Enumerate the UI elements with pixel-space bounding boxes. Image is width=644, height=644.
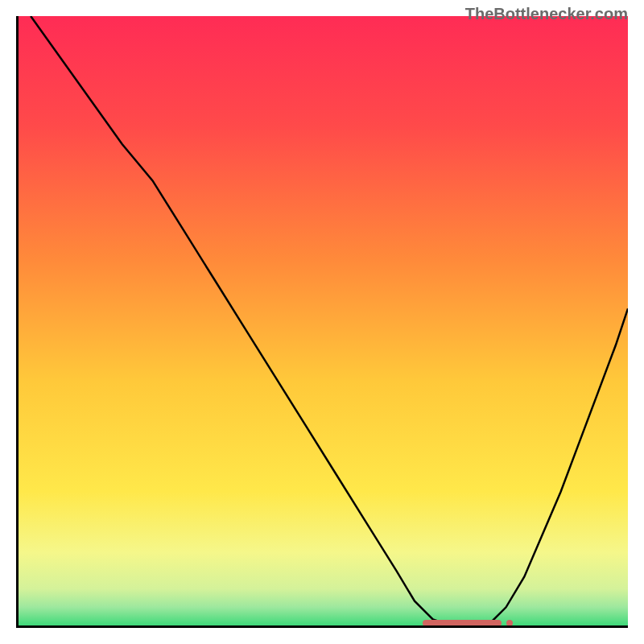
watermark-text: TheBottlenecker.com [465, 5, 628, 23]
optimal-point-marker [506, 620, 513, 625]
chart-axes [16, 16, 628, 628]
plot-area [19, 16, 628, 625]
bottleneck-curve [19, 16, 628, 625]
optimal-range-marker [423, 620, 502, 625]
